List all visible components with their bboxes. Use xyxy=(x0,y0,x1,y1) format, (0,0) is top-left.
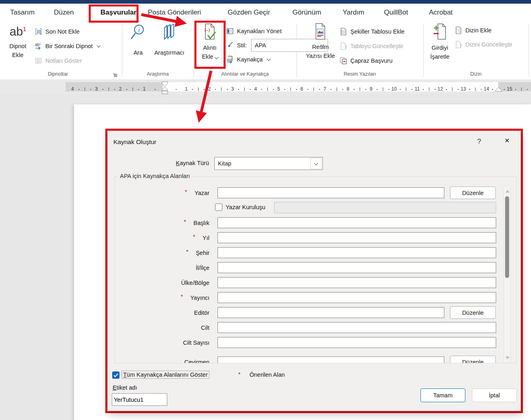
cevirmen-edit-button[interactable]: Düzenle xyxy=(450,356,496,363)
group-separator xyxy=(423,23,424,77)
sehir-input[interactable] xyxy=(218,247,496,258)
ruler-tick xyxy=(342,89,343,90)
show-all-fields-checkbox[interactable] xyxy=(112,371,119,379)
editor-input[interactable] xyxy=(218,307,444,318)
scroll-down-arrow-icon[interactable] xyxy=(505,356,510,359)
tab-gozden-gecir[interactable]: Gözden Geçir xyxy=(228,8,270,17)
ruler-number: 13 xyxy=(459,86,467,92)
insert-index-icon xyxy=(454,26,463,34)
citation-label-line2: Ekle xyxy=(196,52,224,61)
ruler-tick xyxy=(412,89,412,90)
svg-text:i: i xyxy=(138,27,140,33)
insert-footnote-button[interactable]: ab1 Dipnot Ekle xyxy=(3,23,32,59)
field-label: Ülke/Bölge xyxy=(181,280,209,286)
chevron-down-icon xyxy=(267,57,271,61)
group-separator xyxy=(529,23,529,77)
mark-entry-button[interactable]: Girdiyi İşaretle xyxy=(426,23,454,61)
show-all-fields-label[interactable]: Tüm Kaynakça Alanlarını Göster xyxy=(123,371,208,378)
insert-citation-button[interactable]: (–) Alıntı Ekle xyxy=(196,23,224,61)
ruler-tick xyxy=(155,89,156,90)
close-icon[interactable]: ✕ xyxy=(501,137,513,147)
cevirmen-input[interactable] xyxy=(218,356,444,363)
yazar-edit-button[interactable]: Düzenle xyxy=(450,187,496,199)
tab-tasarim[interactable]: Tasarım xyxy=(10,8,34,17)
dialog-title: Kaynak Oluştur xyxy=(113,138,156,146)
tag-name-input[interactable] xyxy=(112,393,167,406)
endnote-icon: [i] xyxy=(34,28,43,36)
tab-gorunum[interactable]: Görünüm xyxy=(292,8,321,17)
cancel-button[interactable]: İptal xyxy=(472,388,517,402)
source-type-label: Kaynak Türü xyxy=(176,160,209,166)
bibliography-button[interactable]: Kaynakça xyxy=(226,54,270,65)
ruler-tick xyxy=(377,89,377,90)
ruler-tick xyxy=(261,89,262,90)
tab-duzen[interactable]: Düzen xyxy=(54,8,74,17)
source-type-select[interactable]: Kitap xyxy=(214,157,323,170)
tab-basvurular[interactable]: Başvurular xyxy=(100,8,136,17)
ruler-number: 4 xyxy=(68,86,77,92)
ruler-number: 8 xyxy=(344,86,352,92)
svg-text:!: ! xyxy=(460,42,462,49)
manage-sources-button[interactable]: Kaynakları Yönet xyxy=(226,25,281,36)
cross-reference-button[interactable]: Çapraz Başvuru xyxy=(339,55,392,66)
ulke-bolge-input[interactable] xyxy=(218,277,496,288)
footnote-ab1-icon: ab1 xyxy=(3,23,32,38)
yil-input[interactable] xyxy=(218,232,496,243)
required-asterisk: * xyxy=(186,248,188,255)
scroll-up-arrow-icon[interactable] xyxy=(505,190,510,193)
search-button[interactable]: i Ara xyxy=(126,23,150,57)
ok-button[interactable]: Tamam xyxy=(420,388,465,402)
right-indent-marker[interactable] xyxy=(495,87,502,92)
insert-index-button[interactable]: Dizin Ekle xyxy=(454,25,491,36)
style-brush-icon xyxy=(226,41,234,49)
researcher-button[interactable]: Araştırmacı xyxy=(151,23,188,57)
ruler-number: 3 xyxy=(228,86,237,92)
tab-yardim[interactable]: Yardım xyxy=(343,8,365,17)
editor-edit-button[interactable]: Düzenle xyxy=(450,306,496,319)
source-type-dropdown-button[interactable] xyxy=(310,158,322,169)
tab-quillbot[interactable]: QuillBot xyxy=(384,8,408,17)
yayinci-input[interactable] xyxy=(218,292,496,303)
tab-posta-gonderileri[interactable]: Posta Gönderileri xyxy=(148,8,201,17)
ruler-tick xyxy=(307,89,308,90)
next-footnote-button[interactable]: ab 1 Bir Sonraki Dipnot xyxy=(34,40,100,51)
yazar-input[interactable] xyxy=(218,187,444,198)
fields-scrollbar[interactable] xyxy=(503,186,511,363)
insert-caption-icon xyxy=(314,23,327,40)
insert-table-of-figures-button[interactable]: Şekiller Tablosu Ekle xyxy=(339,26,405,37)
indent-markers[interactable] xyxy=(160,81,169,94)
yazar-kurulusu-input-disabled xyxy=(274,202,496,213)
insert-endnote-button[interactable]: [i] Son Not Ekle xyxy=(34,26,80,37)
group-separator xyxy=(194,23,194,77)
cilt-sayisi-input[interactable] xyxy=(218,337,496,348)
manage-sources-icon xyxy=(226,27,234,35)
ruler-number: 1 xyxy=(182,86,190,92)
dialog-annotation-box: Kaynak Oluştur ? ✕ Kaynak Türü Kitap APA… xyxy=(105,129,523,413)
tab-acrobat[interactable]: Acrobat xyxy=(429,8,453,17)
help-button[interactable]: ? xyxy=(474,138,484,147)
cilt-input[interactable] xyxy=(218,322,496,333)
scrollbar-thumb[interactable] xyxy=(505,196,509,278)
next-footnote-icon: ab 1 xyxy=(34,42,43,50)
field-row-cilt: Cilt xyxy=(115,322,516,333)
baslik-input[interactable] xyxy=(218,217,496,228)
yazar-kurulusu-checkbox[interactable] xyxy=(215,204,222,211)
ruler-tick xyxy=(429,87,429,91)
tag-name-label: Etiket adı xyxy=(113,384,137,391)
insert-caption-button[interactable]: Resim Yazısı Ekle xyxy=(303,23,338,60)
field-label: Yazar xyxy=(194,190,209,196)
check-icon xyxy=(113,372,119,378)
field-row-yil: *Yıl xyxy=(115,232,516,243)
group-label-dipnotlar: Dipnotlar xyxy=(24,71,92,78)
footnote-label-line1: Dipnot xyxy=(3,42,32,51)
footnote-label-line2: Ekle xyxy=(3,51,32,59)
dialog-launcher-icon[interactable] xyxy=(112,72,118,78)
ruler-tick xyxy=(90,89,91,90)
ruler-tick xyxy=(475,87,476,91)
il-ilce-input[interactable] xyxy=(218,262,496,273)
yazar-kurulusu-label: Yazar Kuruluşu xyxy=(226,204,265,210)
field-label: Başlık xyxy=(194,220,210,226)
field-row-yazar: *Yazar Düzenle xyxy=(115,187,516,198)
ruler-tick xyxy=(215,89,216,90)
ruler-tick xyxy=(360,87,360,91)
